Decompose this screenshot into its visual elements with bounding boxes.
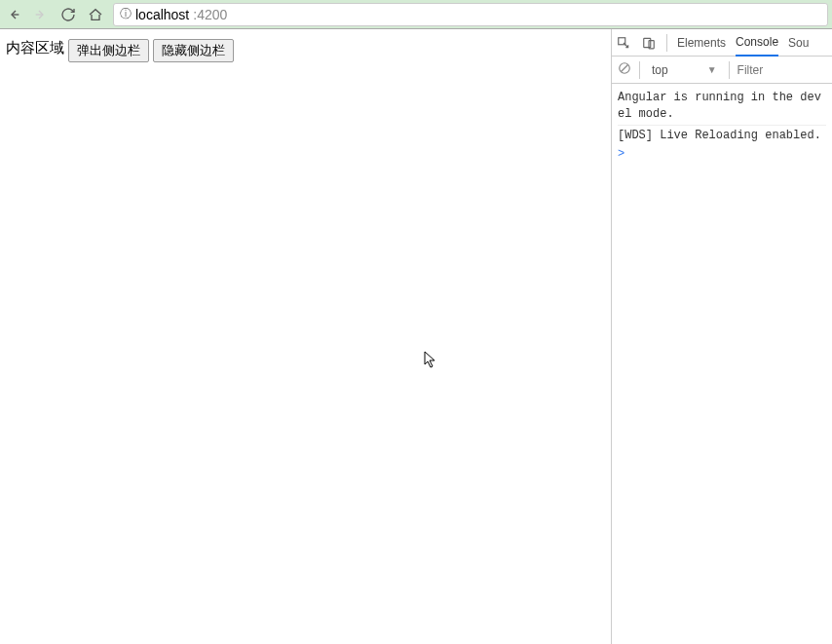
devtools-tabs: Elements Console Sou <box>612 29 832 57</box>
devtools-panel: Elements Console Sou top ▼ Angular is ru… <box>611 29 832 644</box>
hide-sidebar-button[interactable]: 隐藏侧边栏 <box>153 39 234 62</box>
chevron-down-icon: ▼ <box>707 64 717 75</box>
arrow-left-icon <box>6 7 21 22</box>
reload-icon <box>60 7 76 22</box>
content-area-label: 内容区域 <box>6 39 64 57</box>
url-host: localhost <box>135 7 189 22</box>
svg-rect-3 <box>644 38 651 47</box>
toggle-device-icon[interactable] <box>641 35 657 51</box>
home-icon <box>88 7 103 22</box>
site-info-icon[interactable]: ⓘ <box>120 6 132 22</box>
clear-console-icon[interactable] <box>618 61 631 78</box>
inspect-element-icon[interactable] <box>616 35 631 51</box>
console-message: [WDS] Live Reloading enabled. <box>618 125 826 146</box>
arrow-right-icon <box>33 7 49 22</box>
home-button[interactable] <box>86 5 105 24</box>
svg-line-6 <box>622 65 628 72</box>
url-port: :4200 <box>193 7 227 22</box>
forward-button <box>31 5 51 24</box>
back-button[interactable] <box>4 5 23 24</box>
console-filter-bar: top ▼ <box>612 57 832 84</box>
tab-divider <box>666 34 667 52</box>
filter-divider <box>639 61 640 79</box>
tab-elements[interactable]: Elements <box>677 30 726 56</box>
reload-button[interactable] <box>58 5 78 24</box>
open-sidebar-button[interactable]: 弹出侧边栏 <box>68 39 149 62</box>
context-selector[interactable]: top ▼ <box>648 61 721 79</box>
address-bar[interactable]: ⓘ localhost:4200 <box>113 3 828 26</box>
tab-sources[interactable]: Sou <box>788 30 809 56</box>
filter-divider-2 <box>729 61 730 79</box>
page-viewport: 内容区域 弹出侧边栏 隐藏侧边栏 <box>0 29 611 644</box>
console-message: Angular is running in the devel mode. <box>618 88 826 125</box>
filter-input[interactable] <box>737 63 776 77</box>
console-output: Angular is running in the devel mode. [W… <box>612 84 832 644</box>
context-label: top <box>652 63 668 77</box>
browser-toolbar: ⓘ localhost:4200 <box>0 0 832 29</box>
tab-console[interactable]: Console <box>736 29 778 57</box>
console-prompt[interactable]: > <box>618 145 826 163</box>
main-split: 内容区域 弹出侧边栏 隐藏侧边栏 Elements Console Sou to… <box>0 29 832 644</box>
